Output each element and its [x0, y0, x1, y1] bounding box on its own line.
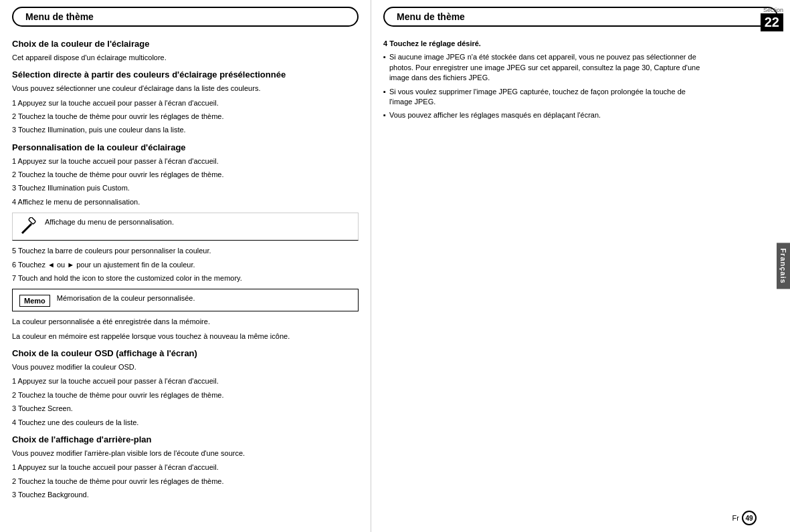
- section2-desc: Vous pouvez sélectionner une couleur d'é…: [12, 84, 359, 94]
- section3-title: Personnalisation de la couleur d'éclaira…: [12, 142, 359, 154]
- section-word: Section: [761, 7, 783, 13]
- right-page: Menu de thème Section 22 4 Touchez le ré…: [371, 0, 790, 532]
- step-r1: 4 Touchez le réglage désiré.: [383, 39, 704, 49]
- section-num: 22: [761, 13, 783, 31]
- section4-desc: Vous pouvez modifier la couleur OSD.: [12, 362, 359, 372]
- step-3g: 7 Touch and hold the icon to store the c…: [12, 273, 359, 283]
- section1-desc: Cet appareil dispose d'un éclairage mult…: [12, 53, 359, 63]
- svg-rect-1: [28, 217, 35, 225]
- left-content: Choix de la couleur de l'éclairage Cet a…: [12, 39, 359, 500]
- section-label: Section 22: [761, 7, 783, 31]
- para2: La couleur en mémoire est rappelée lorsq…: [12, 331, 359, 342]
- bullet2: Si vous voulez supprimer l'image JPEG ca…: [383, 87, 704, 108]
- section1-title: Choix de la couleur de l'éclairage: [12, 39, 359, 50]
- step-5a: 1 Appuyez sur la touche accueil pour pas…: [12, 462, 359, 473]
- icon-box: Affichage du menu de personnalisation.: [12, 213, 359, 241]
- step-3f: 6 Touchez ◄ ou ► pour un ajustement fin …: [12, 260, 359, 270]
- bullet3: Vous pouvez afficher les réglages masqué…: [383, 110, 704, 120]
- memo-text: Mémorisation de la couleur personnalisée…: [57, 293, 195, 303]
- left-header: Menu de thème: [12, 7, 359, 27]
- language-label: Français: [777, 243, 790, 289]
- fr-text: Fr: [732, 514, 739, 522]
- page-badge: Fr 49: [732, 511, 757, 525]
- step-2: 2 Touchez la touche de thème pour ouvrir…: [12, 112, 359, 122]
- section5-desc: Vous pouvez modifier l'arrière-plan visi…: [12, 448, 359, 458]
- step-3b: 2 Touchez la touche de thème pour ouvrir…: [12, 170, 359, 180]
- step-4d: 4 Touchez une des couleurs de la liste.: [12, 418, 359, 428]
- step-1: 1 Appuyez sur la touche accueil pour pas…: [12, 98, 359, 108]
- step-5c: 3 Touchez Background.: [12, 490, 359, 500]
- step-5b: 2 Touchez la touche de thème pour ouvrir…: [12, 477, 359, 487]
- step-4a: 1 Appuyez sur la touche accueil pour pas…: [12, 376, 359, 386]
- step-3: 3 Touchez Illumination, puis une couleur…: [12, 125, 359, 135]
- step-4b: 2 Touchez la touche de thème pour ouvrir…: [12, 390, 359, 400]
- step-4c: 3 Touchez Screen.: [12, 404, 359, 414]
- step-3c: 3 Touchez Illumination puis Custom.: [12, 183, 359, 193]
- step-3d: 4 Affichez le menu de personnalisation.: [12, 197, 359, 207]
- memo-label: Memo: [19, 295, 50, 307]
- right-header: Menu de thème: [383, 7, 778, 27]
- icon-caption: Affichage du menu de personnalisation.: [45, 217, 174, 227]
- section5-title: Choix de l'affichage d'arrière-plan: [12, 434, 359, 446]
- section4-title: Choix de la couleur OSD (affichage à l'é…: [12, 348, 359, 360]
- page-number: 49: [742, 511, 757, 525]
- right-header-title: Menu de thème: [397, 11, 465, 22]
- bullet1: Si aucune image JPEG n'a été stockée dan…: [383, 52, 704, 83]
- para1: La couleur personnalisée a été enregistr…: [12, 317, 359, 327]
- right-content: 4 Touchez le réglage désiré. Si aucune i…: [383, 39, 704, 121]
- section2-title: Sélection directe à partir des couleurs …: [12, 70, 359, 81]
- step-3e: 5 Touchez la barre de couleurs pour pers…: [12, 246, 359, 256]
- svg-line-0: [22, 224, 31, 233]
- left-header-title: Menu de thème: [25, 11, 94, 22]
- left-page: Menu de thème Choix de la couleur de l'é…: [0, 0, 371, 532]
- wrench-icon: [19, 217, 38, 236]
- step-3a: 1 Appuyez sur la touche accueil pour pas…: [12, 156, 359, 166]
- memo-box: Memo Mémorisation de la couleur personna…: [12, 289, 359, 311]
